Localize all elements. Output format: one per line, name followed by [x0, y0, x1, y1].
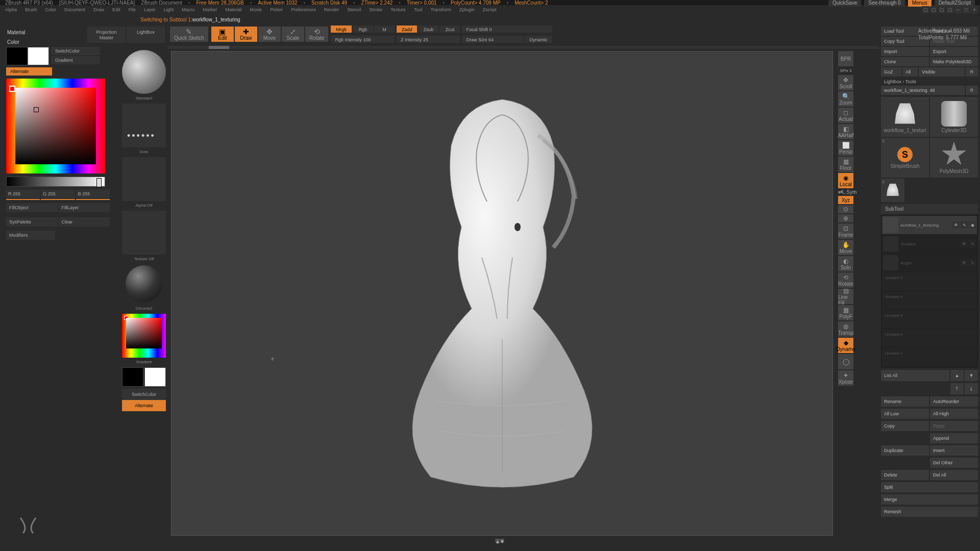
scroll-button[interactable]: ✥Scroll: [838, 75, 853, 90]
menu-document[interactable]: Document: [61, 6, 88, 13]
viewport[interactable]: +: [171, 51, 833, 536]
zadd-button[interactable]: Zadd: [397, 26, 418, 33]
duplicate-button[interactable]: Duplicate: [881, 445, 929, 456]
import-button[interactable]: Import: [881, 47, 929, 56]
rgb-intensity-slider[interactable]: Rgb Intensity 100: [331, 36, 395, 43]
insert-button[interactable]: Insert: [930, 445, 978, 456]
paste-subtool-button[interactable]: Paste: [930, 421, 978, 431]
menu-picker[interactable]: Picker: [267, 6, 286, 13]
rgb-button[interactable]: Rgb: [353, 26, 373, 33]
dynamo-button[interactable]: ◆Dynamo: [838, 338, 853, 353]
edit-button[interactable]: ▣Edit: [211, 26, 234, 42]
brush-thumbnail[interactable]: [122, 50, 166, 94]
mini-swatch-black[interactable]: [122, 367, 143, 387]
menu-zscript[interactable]: Zscript: [480, 6, 500, 13]
stroke-thumbnail[interactable]: [122, 104, 166, 147]
menu-macro[interactable]: Macro: [179, 6, 198, 13]
brush-icon[interactable]: ✎: [961, 221, 968, 229]
menu-material[interactable]: Material: [222, 6, 244, 13]
brush-icon[interactable]: ✎: [969, 240, 976, 247]
goz-r-button[interactable]: R: [966, 67, 978, 77]
rename-button[interactable]: Rename: [881, 396, 929, 407]
local-button[interactable]: ◉Local: [838, 173, 853, 188]
aahalf-button[interactable]: ◧AAHalf: [838, 124, 853, 139]
all-high-button[interactable]: All High: [930, 409, 978, 419]
quicksave-button[interactable]: QuickSave: [828, 0, 861, 7]
canvas-scrollbar[interactable]: [168, 46, 879, 49]
tool-thumb-1[interactable]: Cylinder3D: [930, 97, 978, 137]
gray-slider[interactable]: [6, 177, 105, 187]
minimize-icon[interactable]: –: [954, 6, 962, 13]
bottom-nav[interactable]: ▲▼: [495, 539, 504, 543]
tool-thumb-3[interactable]: PolyMesh3D: [930, 138, 978, 178]
floor-button[interactable]: ▦Floor: [838, 157, 853, 172]
persp-button[interactable]: ⬜Persp: [838, 140, 853, 156]
syspalette-button[interactable]: SysPalette: [6, 217, 58, 227]
mini-swatch-white[interactable]: [144, 367, 166, 387]
lsym-button[interactable]: ⇄L.Sym: [838, 189, 853, 195]
subtool-header[interactable]: SubTool: [881, 204, 978, 214]
subtool-item-0[interactable]: workflow_1_texturing 👁✎◉: [882, 216, 977, 234]
dot-icon[interactable]: ◉: [969, 221, 976, 229]
defaultzscript-button[interactable]: DefaultZScript: [935, 0, 975, 7]
zoom-button[interactable]: 🔍Zoom: [838, 91, 853, 107]
actual-button[interactable]: ◻Actual: [838, 108, 853, 123]
all-low-button[interactable]: All Low: [881, 409, 929, 419]
down-arrow-button[interactable]: ▼: [965, 370, 978, 381]
win-btn-4[interactable]: ▢: [946, 6, 953, 13]
close-icon[interactable]: ×: [971, 6, 978, 13]
move-view-button[interactable]: ✋Move: [838, 240, 853, 255]
gradient-button[interactable]: Gradient: [51, 56, 100, 64]
menu-edit[interactable]: Edit: [109, 6, 124, 13]
goz-visible-button[interactable]: Visible: [919, 67, 965, 77]
rt-blank2[interactable]: ⊕: [838, 214, 853, 222]
make-polymesh-button[interactable]: Make PolyMesh3D: [930, 57, 978, 66]
clear-button[interactable]: Clear: [59, 217, 110, 227]
menu-render[interactable]: Render: [321, 6, 342, 13]
focal-shift-slider[interactable]: Focal Shift 0: [462, 26, 552, 33]
win-btn-3[interactable]: ▢: [938, 6, 945, 13]
clone-button[interactable]: Clone: [881, 57, 929, 66]
material-thumbnail[interactable]: [126, 265, 162, 302]
primary-color-swatch[interactable]: [28, 47, 49, 65]
merge-section[interactable]: Merge: [881, 494, 978, 505]
g-slider[interactable]: G 255: [41, 190, 75, 198]
scale-button[interactable]: ⤢Scale: [281, 26, 305, 42]
eye-icon[interactable]: 👁: [961, 240, 968, 247]
xpose-button[interactable]: ✦Xpose: [838, 370, 853, 386]
up-arrow-button[interactable]: ▲: [950, 370, 964, 381]
xyz-button[interactable]: Xyz: [838, 196, 853, 204]
dynamic-button[interactable]: Dynamic: [524, 36, 552, 43]
copy-subtool-button[interactable]: Copy: [881, 421, 929, 431]
menu-transform[interactable]: Transform: [427, 6, 454, 13]
secondary-color-swatch[interactable]: [6, 47, 28, 65]
tool-r-button[interactable]: R: [966, 86, 978, 95]
menu-stencil[interactable]: Stencil: [344, 6, 364, 13]
alternate-button[interactable]: Alternate: [6, 67, 52, 76]
seethrough-slider[interactable]: See-through 0: [864, 0, 904, 7]
projection-master-button[interactable]: Projection Master: [87, 27, 126, 43]
menu-stroke[interactable]: Stroke: [366, 6, 385, 13]
move-top-button[interactable]: ⤒: [950, 383, 964, 394]
z-intensity-slider[interactable]: Z Intensity 25: [397, 36, 460, 43]
menu-marker[interactable]: Marker: [200, 6, 220, 13]
transp-button[interactable]: ◍Transp: [838, 321, 853, 337]
menu-color[interactable]: Color: [42, 6, 60, 13]
menu-movie[interactable]: Movie: [247, 6, 265, 13]
rt-ghost-button[interactable]: ◯: [838, 354, 853, 369]
r-slider[interactable]: R 255: [6, 190, 40, 198]
rt-blank1[interactable]: ⊙: [838, 205, 853, 213]
m-button[interactable]: M: [374, 26, 395, 33]
subtool-item-1[interactable]: Tentakel 👁✎: [882, 235, 977, 253]
split-section[interactable]: Split: [881, 482, 978, 492]
bpr-button[interactable]: BPR: [838, 51, 853, 66]
alpha-thumbnail[interactable]: [122, 157, 166, 201]
mini-switchcolor[interactable]: SwitchColor: [122, 389, 166, 400]
mini-alternate[interactable]: Alternate: [122, 400, 166, 411]
fillobject-button[interactable]: FillObject: [6, 203, 58, 212]
linefill-button[interactable]: ▤Line Fill: [838, 289, 853, 304]
del-all-button[interactable]: Del All: [930, 470, 978, 480]
del-other-button[interactable]: Del Other: [930, 458, 978, 468]
menu-brush[interactable]: Brush: [22, 6, 40, 13]
eye-icon[interactable]: 👁: [952, 221, 960, 229]
